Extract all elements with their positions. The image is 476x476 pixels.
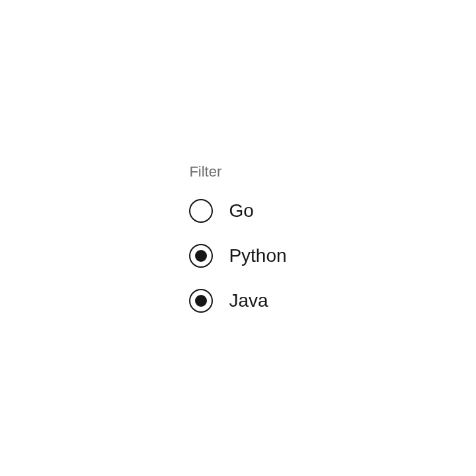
- radio-icon-selected: [189, 289, 213, 313]
- radio-option-java[interactable]: Java: [189, 289, 286, 313]
- radio-dot-icon: [195, 250, 207, 262]
- radio-option-python[interactable]: Python: [189, 244, 286, 268]
- radio-label: Go: [229, 200, 253, 221]
- radio-option-go[interactable]: Go: [189, 199, 286, 223]
- radio-label: Java: [229, 290, 268, 311]
- filter-group: Filter Go Python Java: [189, 163, 286, 313]
- radio-label: Python: [229, 245, 286, 266]
- radio-icon: [189, 199, 213, 223]
- radio-dot-icon: [195, 295, 207, 307]
- radio-icon-selected: [189, 244, 213, 268]
- filter-title: Filter: [189, 163, 286, 180]
